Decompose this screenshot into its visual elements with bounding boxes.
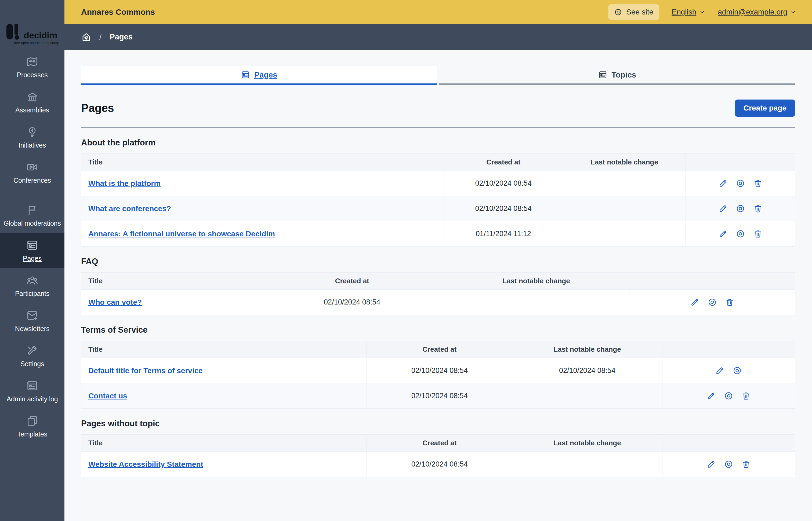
main-column: Annares Commons See site English admin@e… xyxy=(64,0,812,521)
column-title: Title xyxy=(81,273,261,290)
table-header-row: Title Created at Last notable change xyxy=(81,273,795,290)
table-row: What are conferences? 02/10/2024 08:54 xyxy=(81,196,795,221)
page-link[interactable]: What is the platform xyxy=(88,179,161,187)
trash-icon xyxy=(741,459,751,469)
column-created-at: Created at xyxy=(367,341,512,358)
preview-button[interactable] xyxy=(708,297,717,307)
page-link[interactable]: What are conferences? xyxy=(88,204,171,213)
page-link[interactable]: Default title for Terms of service xyxy=(88,366,203,375)
delete-button[interactable] xyxy=(753,204,763,213)
see-site-button[interactable]: See site xyxy=(608,4,659,20)
edit-icon xyxy=(718,179,728,188)
sidebar-item-templates[interactable]: Templates xyxy=(0,409,64,444)
tools-icon xyxy=(26,344,38,357)
delete-button[interactable] xyxy=(753,179,763,188)
table-row: Contact us 02/10/2024 08:54 xyxy=(81,383,795,409)
home-link[interactable] xyxy=(81,32,91,42)
sidebar-item-label: Global moderations xyxy=(3,220,61,227)
edit-button[interactable] xyxy=(690,297,700,307)
preview-button[interactable] xyxy=(724,459,733,469)
row-actions xyxy=(662,366,795,375)
sidebar-item-conferences[interactable]: Conferences xyxy=(0,155,64,190)
column-title: Title xyxy=(81,435,367,452)
delete-button[interactable] xyxy=(741,391,751,401)
page-link[interactable]: Website Accessibility Statement xyxy=(88,460,203,469)
created-at-cell: 02/10/2024 08:54 xyxy=(367,383,512,409)
preview-eye-icon xyxy=(736,179,745,188)
edit-button[interactable] xyxy=(706,459,716,469)
edit-button[interactable] xyxy=(706,391,716,401)
delete-button[interactable] xyxy=(753,229,763,239)
trash-icon xyxy=(753,179,763,188)
edit-icon xyxy=(706,391,716,401)
trash-icon xyxy=(753,204,763,213)
row-actions xyxy=(686,204,795,213)
last-change-cell xyxy=(512,452,662,477)
preview-eye-icon xyxy=(724,391,733,401)
column-actions xyxy=(629,273,795,290)
page-link[interactable]: Who can vote? xyxy=(88,298,142,307)
sidebar-item-processes[interactable]: Processes xyxy=(0,50,64,85)
tab-topics[interactable]: Topics xyxy=(439,66,795,85)
create-page-button[interactable]: Create page xyxy=(735,99,795,117)
sidebar-item-initiatives[interactable]: Initiatives xyxy=(0,120,64,155)
map-icon xyxy=(26,55,38,68)
edit-button[interactable] xyxy=(718,229,728,239)
topbar-actions: See site English admin@example.org xyxy=(608,4,796,20)
preview-eye-icon xyxy=(724,459,733,469)
decidim-logo-mark xyxy=(6,24,23,40)
column-title: Title xyxy=(81,154,444,171)
sidebar-item-pages[interactable]: Pages xyxy=(0,233,64,268)
sidebar-item-label: Pages xyxy=(23,255,42,263)
video-icon xyxy=(26,161,38,173)
row-actions xyxy=(629,297,795,307)
bank-icon xyxy=(26,91,38,103)
topics-icon xyxy=(598,70,607,80)
edit-button[interactable] xyxy=(718,179,728,188)
column-actions xyxy=(686,154,795,171)
table-header-row: Title Created at Last notable change xyxy=(81,341,795,358)
sidebar-item-global-moderations[interactable]: Global moderations xyxy=(0,198,64,233)
sidebar-item-admin-activity-log[interactable]: Admin activity log xyxy=(0,374,64,409)
pages-icon xyxy=(26,239,38,251)
language-label: English xyxy=(671,8,696,16)
copy-icon xyxy=(26,415,38,427)
last-change-cell xyxy=(563,221,686,247)
created-at-cell: 01/11/2024 11:12 xyxy=(444,221,563,247)
row-actions xyxy=(686,179,795,188)
chevron-down-icon xyxy=(699,9,705,15)
pages-table-no-topic: Title Created at Last notable change Web… xyxy=(81,434,795,477)
content-area: Pages Topics Pages Create page About the… xyxy=(64,50,812,521)
eye-icon xyxy=(614,8,622,16)
column-title: Title xyxy=(81,341,367,358)
preview-button[interactable] xyxy=(736,204,745,213)
section-heading-faq: FAQ xyxy=(81,257,795,266)
trash-icon xyxy=(741,391,751,401)
preview-button[interactable] xyxy=(736,179,745,188)
sidebar-item-settings[interactable]: Settings xyxy=(0,339,64,374)
sidebar-item-newsletters[interactable]: Newsletters xyxy=(0,303,64,339)
section-heading-about: About the platform xyxy=(81,138,795,148)
language-menu[interactable]: English xyxy=(671,8,705,16)
breadcrumb-current[interactable]: Pages xyxy=(110,32,132,41)
decidim-logo[interactable]: decidim free open-source democracy xyxy=(0,0,64,50)
preview-button[interactable] xyxy=(736,229,745,239)
pages-table-faq: Title Created at Last notable change Who… xyxy=(81,272,795,315)
preview-eye-icon xyxy=(736,229,745,239)
sidebar-item-participants[interactable]: Participants xyxy=(0,268,64,303)
sidebar-item-label: Conferences xyxy=(14,177,51,184)
delete-button[interactable] xyxy=(725,297,734,307)
preview-button[interactable] xyxy=(732,366,742,375)
page-link[interactable]: Contact us xyxy=(88,392,127,400)
sidebar-item-assemblies[interactable]: Assemblies xyxy=(0,85,64,120)
sidebar-item-label: Initiatives xyxy=(19,141,46,149)
edit-button[interactable] xyxy=(718,204,728,213)
tab-pages[interactable]: Pages xyxy=(81,66,437,85)
edit-icon xyxy=(690,297,700,307)
account-menu[interactable]: admin@example.org xyxy=(718,8,796,16)
edit-button[interactable] xyxy=(715,366,724,375)
mail-add-icon xyxy=(26,309,38,322)
preview-button[interactable] xyxy=(724,391,733,401)
delete-button[interactable] xyxy=(741,459,751,469)
page-link[interactable]: Annares: A fictionnal universe to showca… xyxy=(88,230,275,238)
